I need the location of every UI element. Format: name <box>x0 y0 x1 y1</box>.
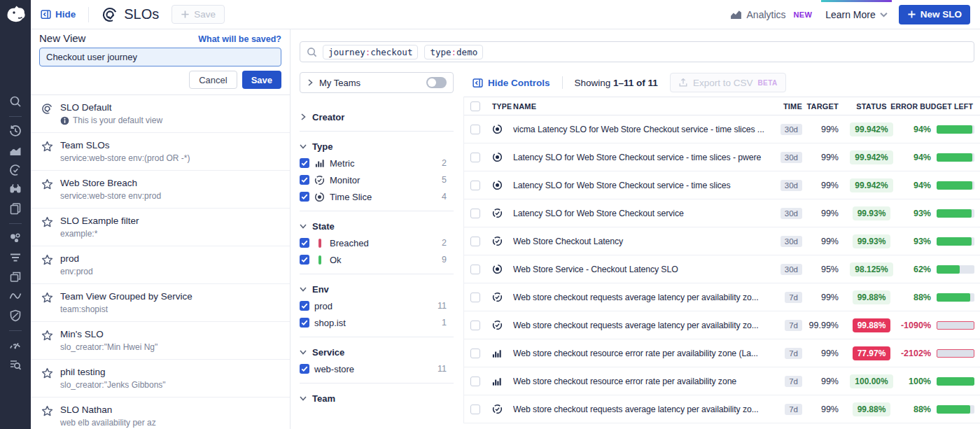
notebooks-icon[interactable] <box>9 202 22 215</box>
checkbox-checked[interactable] <box>300 238 309 248</box>
slo-row[interactable]: Latency SLO for Web Store Checkout servi… <box>464 199 980 227</box>
my-teams-toggle[interactable] <box>426 77 447 88</box>
search-icon[interactable] <box>9 95 22 108</box>
star-icon[interactable] <box>41 367 53 379</box>
facet-item-breached[interactable]: Breached2 <box>300 234 454 251</box>
checkbox-checked[interactable] <box>300 158 309 168</box>
slo-name[interactable]: Latency SLO for Web Store Checkout servi… <box>513 209 771 218</box>
facet-section-team[interactable]: Team <box>300 390 454 407</box>
saved-view-item[interactable]: SLO Nathanweb elb availability per az <box>31 398 290 429</box>
saved-view-item[interactable]: SLO Example filterexample:* <box>31 209 290 246</box>
checkbox-checked[interactable] <box>300 301 309 311</box>
checkbox-checked[interactable] <box>300 364 309 374</box>
slo-name[interactable]: Latency SLO for Web Store Checkout servi… <box>513 153 771 162</box>
saved-view-item[interactable]: Web Store Breachservice:web-store env:pr… <box>31 171 290 209</box>
hide-controls-button[interactable]: Hide Controls <box>472 78 550 88</box>
row-checkbox[interactable] <box>470 405 480 414</box>
slo-row[interactable]: Web store checkout requests average late… <box>464 395 980 423</box>
save-view-button-disabled[interactable]: Save <box>172 5 225 24</box>
cancel-button[interactable]: Cancel <box>189 71 237 89</box>
slo-row[interactable]: Latency SLO for Web Store Checkout servi… <box>464 143 980 171</box>
star-icon[interactable] <box>41 254 53 266</box>
facet-section-creator[interactable]: Creator <box>300 108 454 125</box>
watchdog-icon[interactable] <box>9 183 22 195</box>
search-input[interactable]: journey:checkouttype:demo <box>300 41 974 62</box>
facet-section-type[interactable]: Type <box>300 138 454 155</box>
checkbox-checked[interactable] <box>300 192 309 202</box>
saved-view-item[interactable]: phil testingslo_creator:"Jenks Gibbons" <box>31 360 290 398</box>
slo-icon[interactable] <box>9 164 22 176</box>
facet-item-shop-ist[interactable]: shop.ist1 <box>300 314 454 331</box>
facet-item-metric[interactable]: Metric2 <box>300 155 454 171</box>
query-token[interactable]: type:demo <box>424 45 483 59</box>
facet-section-service[interactable]: Service <box>300 344 454 360</box>
row-checkbox[interactable] <box>470 321 480 330</box>
view-name-input[interactable]: Checkout user journey <box>39 48 281 66</box>
history-icon[interactable] <box>9 125 22 137</box>
facet-section-state[interactable]: State <box>300 218 454 234</box>
learn-more-button[interactable]: Learn More <box>821 0 892 29</box>
slo-row[interactable]: Web store checkout requests average late… <box>464 283 980 311</box>
org-icon[interactable] <box>9 232 22 244</box>
new-slo-button[interactable]: New SLO <box>899 5 970 24</box>
star-icon[interactable] <box>41 216 53 228</box>
metrics-icon[interactable] <box>9 144 22 157</box>
datadog-logo-icon[interactable] <box>4 3 27 26</box>
slo-name[interactable]: Web store checkout resource error rate p… <box>513 349 771 358</box>
logs-icon[interactable] <box>9 251 22 264</box>
slo-row[interactable]: Latency SLO for Web Store Checkout servi… <box>464 171 980 199</box>
apm-icon[interactable] <box>9 290 22 302</box>
star-icon[interactable] <box>41 330 53 342</box>
facet-item-web-store[interactable]: web-store11 <box>300 360 454 377</box>
saved-view-item[interactable]: SLO DefaultThis is your default view <box>31 95 290 133</box>
monitors-icon[interactable] <box>9 339 22 351</box>
star-icon[interactable] <box>41 178 53 190</box>
row-checkbox[interactable] <box>470 265 480 274</box>
facet-section-env[interactable]: Env <box>300 281 454 297</box>
facet-item-ok[interactable]: Ok9 <box>300 251 454 268</box>
row-checkbox[interactable] <box>470 125 480 134</box>
slo-row[interactable]: vicma Latency SLO for Web Store Checkout… <box>464 115 980 143</box>
hide-views-button[interactable]: Hide <box>41 9 76 20</box>
row-checkbox[interactable] <box>470 377 480 386</box>
slo-name[interactable]: vicma Latency SLO for Web Store Checkout… <box>513 125 771 134</box>
query-token[interactable]: journey:checkout <box>323 45 418 59</box>
save-button[interactable]: Save <box>242 71 281 89</box>
slo-row[interactable]: Web Store Checkout Latency30d99%99.93%93… <box>464 227 980 255</box>
dashboards-icon[interactable] <box>9 271 22 283</box>
checkbox-checked[interactable] <box>300 318 309 328</box>
slo-name[interactable]: Web store checkout requests average late… <box>513 405 771 414</box>
slo-name[interactable]: Web Store Checkout Latency <box>513 237 771 246</box>
slo-name[interactable]: Web store checkout resource error rate p… <box>513 377 771 386</box>
slo-name[interactable]: Web Store Service - Checkout Latency SLO <box>513 265 771 274</box>
what-will-be-saved-link[interactable]: What will be saved? <box>198 34 281 44</box>
row-checkbox[interactable] <box>470 237 480 246</box>
facet-item-monitor[interactable]: Monitor5 <box>300 171 454 188</box>
facet-item-time-slice[interactable]: Time Slice4 <box>300 188 454 205</box>
star-icon[interactable] <box>41 292 53 304</box>
slo-row[interactable]: Web Store Service - Checkout Latency SLO… <box>464 255 980 283</box>
facet-item-prod[interactable]: prod11 <box>300 297 454 314</box>
slo-row[interactable]: Web store checkout requests average late… <box>464 311 980 339</box>
slo-row[interactable]: Web store checkout resource error rate p… <box>464 367 980 395</box>
saved-view-item[interactable]: Team SLOsservice:web-store env:(prod OR … <box>31 133 290 171</box>
slo-row[interactable]: Web store checkout resource error rate p… <box>464 339 980 367</box>
security-icon[interactable] <box>9 309 22 322</box>
row-checkbox[interactable] <box>470 349 480 358</box>
star-icon[interactable] <box>41 405 53 417</box>
star-icon[interactable] <box>41 141 53 153</box>
saved-view-item[interactable]: Team View Grouped by Serviceteam:shopist <box>31 284 290 322</box>
row-checkbox[interactable] <box>470 209 480 218</box>
slo-name[interactable]: Latency SLO for Web Store Checkout servi… <box>513 181 771 190</box>
checkbox-checked[interactable] <box>300 255 309 265</box>
row-checkbox[interactable] <box>470 153 480 162</box>
my-teams-facet[interactable]: My Teams <box>300 72 454 93</box>
saved-view-item[interactable]: prodenv:prod <box>31 246 290 284</box>
logsearch-icon[interactable] <box>9 358 22 371</box>
saved-view-item[interactable]: Min's SLOslo_creator:"Min Hwei Ng" <box>31 322 290 360</box>
slo-name[interactable]: Web store checkout requests average late… <box>513 321 771 330</box>
export-csv-button[interactable]: Export to CSV BETA <box>670 73 786 92</box>
row-checkbox[interactable] <box>470 293 480 302</box>
select-all-checkbox[interactable] <box>470 101 480 111</box>
slo-view-icon[interactable] <box>41 103 53 115</box>
